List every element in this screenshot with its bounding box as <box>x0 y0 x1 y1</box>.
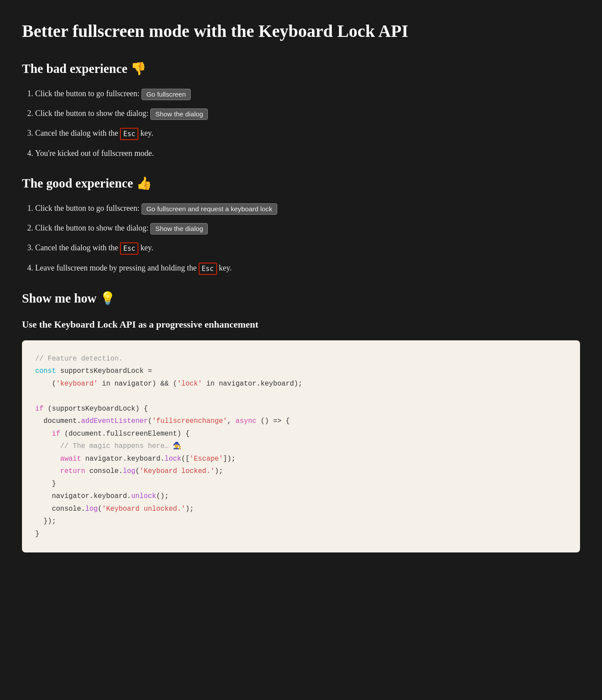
step3-text-after: key. <box>138 129 153 137</box>
list-item: Cancel the dialog with the Esc key. <box>35 127 580 140</box>
show-dialog-good-button[interactable]: Show the dialog <box>150 223 208 235</box>
list-item: Click the button to show the dialog: Sho… <box>35 222 580 235</box>
good-step3-text: Cancel the dialog with the <box>35 243 120 252</box>
show-me-how-subheading: Use the Keyboard Lock API as a progressi… <box>22 317 580 332</box>
good-step1-text: Click the button to go fullscreen: <box>35 204 139 213</box>
good-step3-text-after: key. <box>138 243 153 252</box>
step4-text: You're kicked out of fullscreen mode. <box>35 149 154 158</box>
good-step2-text: Click the button to show the dialog: <box>35 224 149 232</box>
list-item: Leave fullscreen mode by pressing and ho… <box>35 262 580 275</box>
list-item: Click the button to go fullscreen: Go fu… <box>35 202 580 215</box>
good-step4-text-after: key. <box>217 263 232 272</box>
bad-experience-section: The bad experience 👎 Click the button to… <box>22 58 580 160</box>
step3-text: Cancel the dialog with the <box>35 129 120 137</box>
list-item: Click the button to go fullscreen: Go fu… <box>35 87 580 100</box>
list-item: Click the button to show the dialog: Sho… <box>35 107 580 120</box>
bad-experience-list: Click the button to go fullscreen: Go fu… <box>22 87 580 160</box>
esc-key-good-2: Esc <box>199 263 217 275</box>
good-step4-text: Leave fullscreen mode by pressing and ho… <box>35 263 199 272</box>
show-me-how-section: Show me how 💡 Use the Keyboard Lock API … <box>22 288 580 552</box>
step1-text: Click the button to go fullscreen: <box>35 89 139 98</box>
list-item: Cancel the dialog with the Esc key. <box>35 242 580 255</box>
show-me-how-heading: Show me how 💡 <box>22 288 580 308</box>
good-experience-list: Click the button to go fullscreen: Go fu… <box>22 202 580 275</box>
bad-experience-heading: The bad experience 👎 <box>22 58 580 79</box>
list-item: You're kicked out of fullscreen mode. <box>35 147 580 160</box>
good-experience-heading: The good experience 👍 <box>22 173 580 193</box>
step2-text: Click the button to show the dialog: <box>35 109 149 118</box>
go-fullscreen-bad-button[interactable]: Go fullscreen <box>141 89 191 100</box>
good-experience-section: The good experience 👍 Click the button t… <box>22 173 580 275</box>
code-block: // Feature detection. const supportsKeyb… <box>22 340 580 553</box>
esc-key-good-1: Esc <box>120 242 138 255</box>
page-title: Better fullscreen mode with the Keyboard… <box>22 18 580 45</box>
go-fullscreen-good-button[interactable]: Go fullscreen and request a keyboard loc… <box>141 203 277 215</box>
esc-key-bad-1: Esc <box>120 128 138 140</box>
show-dialog-bad-button[interactable]: Show the dialog <box>150 108 208 120</box>
